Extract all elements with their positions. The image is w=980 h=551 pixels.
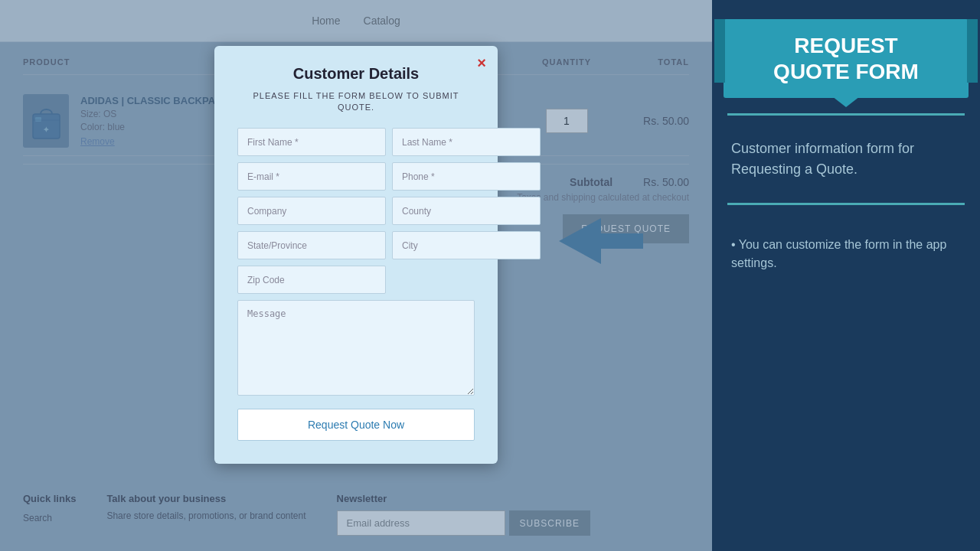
sidebar-title-line1: REQUEST QUOTE FORM	[739, 33, 953, 84]
modal-title: Customer Details	[237, 65, 475, 83]
form-row-zip	[237, 266, 475, 294]
form-row-company	[237, 197, 475, 225]
email-input[interactable]	[237, 162, 386, 191]
modal-subtitle: PLEASE FILL THE FORM BELOW TO SUBMIT QUO…	[237, 90, 475, 114]
message-textarea[interactable]	[237, 300, 475, 396]
form-row-name	[237, 128, 475, 156]
sidebar-description: Customer information form for Requesting…	[712, 131, 980, 187]
modal-close-button[interactable]: ×	[477, 55, 486, 70]
first-name-input[interactable]	[237, 128, 386, 156]
county-input[interactable]	[392, 197, 541, 225]
city-input[interactable]	[392, 231, 541, 259]
right-sidebar: REQUEST QUOTE FORM Customer information …	[712, 0, 980, 551]
phone-input[interactable]	[392, 162, 541, 191]
form-row-location	[237, 231, 475, 259]
company-input[interactable]	[237, 197, 386, 225]
state-input[interactable]	[237, 231, 386, 259]
main-content: Home Catalog PRODUCT QUANTITY TOTAL	[0, 0, 712, 551]
submit-button[interactable]: Request Quote Now	[237, 409, 475, 441]
last-name-input[interactable]	[392, 128, 541, 156]
sidebar-divider-top	[727, 113, 965, 116]
sidebar-divider-bottom	[727, 203, 965, 205]
form-row-contact	[237, 162, 475, 191]
customer-details-modal: × Customer Details PLEASE FILL THE FORM …	[214, 46, 498, 464]
zip-input[interactable]	[237, 266, 386, 294]
modal-overlay: × Customer Details PLEASE FILL THE FORM …	[0, 0, 712, 551]
sidebar-tip: • You can customize the form in the app …	[712, 220, 980, 280]
